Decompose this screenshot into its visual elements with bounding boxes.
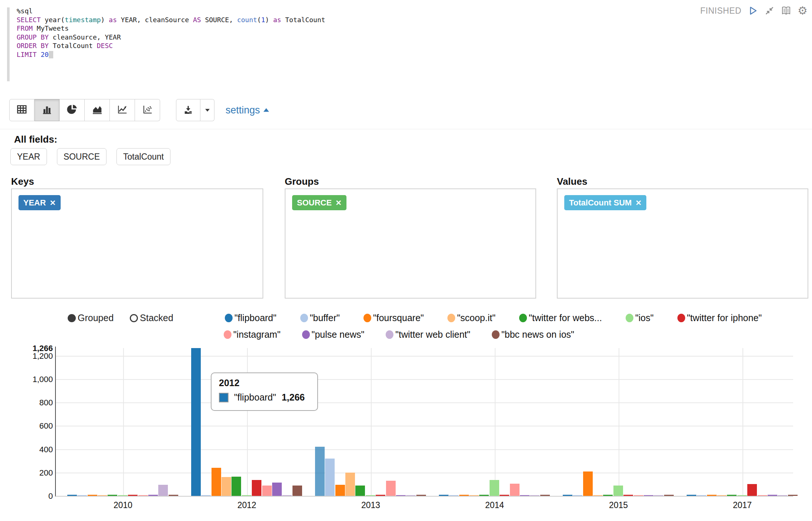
- legend-item[interactable]: "instagram": [224, 329, 281, 340]
- bar-twitterforwebs-2010[interactable]: [108, 495, 117, 496]
- settings-toggle[interactable]: settings: [226, 99, 270, 121]
- remove-tag-icon[interactable]: ✕: [50, 198, 56, 207]
- bar-twitterforwebs-2014[interactable]: [479, 495, 489, 496]
- bar-twitterforiphone-2015[interactable]: [623, 495, 633, 496]
- bar-ios-2017[interactable]: [737, 495, 747, 496]
- field-pill-source[interactable]: SOURCE: [57, 148, 106, 165]
- chart-type-button-scatter-chart[interactable]: [135, 99, 160, 121]
- legend-item[interactable]: "flipboard": [225, 313, 277, 323]
- bar-twitterforiphone-2017[interactable]: [747, 484, 757, 496]
- bar-buffer-2013[interactable]: [325, 459, 335, 496]
- bar-twitterwebclient-2010[interactable]: [158, 485, 168, 496]
- bar-twitterwebclient-2013[interactable]: [406, 495, 416, 496]
- bar-pulsenews-2017[interactable]: [768, 495, 777, 496]
- field-pill-totalcount[interactable]: TotalCount: [116, 148, 170, 165]
- book-icon[interactable]: [781, 5, 792, 16]
- bar-flipboard-2014[interactable]: [439, 495, 449, 496]
- bar-buffer-2010[interactable]: [77, 495, 87, 496]
- bar-instagram-2015[interactable]: [634, 495, 643, 496]
- bar-bbcnewsonios-2014[interactable]: [540, 495, 550, 496]
- bar-ios-2015[interactable]: [613, 486, 623, 496]
- legend-item[interactable]: "bbc news on ios": [492, 329, 574, 340]
- bar-foursquare-2014[interactable]: [459, 495, 469, 496]
- bar-twitterforwebs-2012[interactable]: [231, 477, 241, 496]
- legend-item[interactable]: "scoop.it": [447, 313, 495, 323]
- bar-scoopit-2012[interactable]: [221, 477, 231, 496]
- bar-twitterforiphone-2010[interactable]: [128, 495, 138, 496]
- field-tag-pill[interactable]: YEAR✕: [18, 195, 61, 210]
- bar-flipboard-2017[interactable]: [687, 495, 696, 496]
- chart-type-button-pie-chart[interactable]: [60, 99, 85, 121]
- field-tag-pill[interactable]: SOURCE✕: [292, 195, 346, 210]
- bar-pulsenews-2015[interactable]: [644, 495, 653, 496]
- field-pill-year[interactable]: YEAR: [10, 148, 47, 165]
- bar-foursquare-2013[interactable]: [335, 485, 345, 496]
- gear-icon[interactable]: ⚙: [798, 5, 808, 16]
- bar-twitterforwebs-2017[interactable]: [727, 495, 737, 496]
- bar-bbcnewsonios-2010[interactable]: [169, 495, 178, 496]
- bar-foursquare-2010[interactable]: [88, 495, 97, 496]
- bar-bbcnewsonios-2017[interactable]: [788, 495, 798, 496]
- bar-twitterwebclient-2017[interactable]: [778, 495, 787, 496]
- bar-foursquare-2012[interactable]: [212, 468, 221, 496]
- bar-pulsenews-2010[interactable]: [148, 495, 158, 496]
- legend-item[interactable]: "twitter web client": [386, 329, 470, 340]
- bar-bbcnewsonios-2012[interactable]: [292, 486, 302, 496]
- chart-mode-grouped[interactable]: Grouped: [68, 313, 114, 323]
- bar-twitterwebclient-2015[interactable]: [654, 495, 663, 496]
- field-tag-pill[interactable]: TotalCount SUM✕: [564, 195, 646, 210]
- bar-pulsenews-2012[interactable]: [272, 483, 282, 496]
- bar-buffer-2017[interactable]: [697, 495, 706, 496]
- bar-scoopit-2017[interactable]: [717, 495, 727, 496]
- chart-mode-stacked[interactable]: Stacked: [130, 313, 173, 323]
- legend-item[interactable]: "ios": [626, 313, 654, 323]
- legend-item[interactable]: "foursquare": [363, 313, 424, 323]
- chart-type-button-table[interactable]: [9, 99, 34, 121]
- sql-editor[interactable]: %sqlSELECT year(timestamp) as YEAR, clea…: [17, 7, 325, 59]
- bar-instagram-2010[interactable]: [138, 495, 148, 496]
- chart-type-button-bar-chart[interactable]: [34, 99, 60, 121]
- remove-tag-icon[interactable]: ✕: [635, 198, 642, 207]
- chart-type-button-line-chart[interactable]: [110, 99, 135, 121]
- legend-item[interactable]: "twitter for iphone": [677, 313, 762, 323]
- bar-ios-2012[interactable]: [242, 495, 251, 496]
- bar-instagram-2017[interactable]: [758, 495, 767, 496]
- bar-pulsenews-2014[interactable]: [520, 495, 530, 496]
- bar-twitterforwebs-2015[interactable]: [603, 495, 613, 496]
- bar-buffer-2015[interactable]: [573, 495, 582, 496]
- bar-bbcnewsonios-2013[interactable]: [416, 495, 426, 496]
- bar-flipboard-2012[interactable]: [191, 348, 201, 496]
- bar-buffer-2014[interactable]: [449, 495, 459, 496]
- compress-icon[interactable]: [764, 6, 775, 16]
- bar-foursquare-2017[interactable]: [707, 495, 717, 496]
- bar-ios-2010[interactable]: [118, 495, 128, 496]
- download-button[interactable]: [176, 99, 200, 121]
- download-options-caret-button[interactable]: [200, 99, 214, 121]
- bar-scoopit-2013[interactable]: [345, 473, 355, 496]
- remove-tag-icon[interactable]: ✕: [335, 198, 342, 207]
- legend-item[interactable]: "buffer": [300, 313, 340, 323]
- bar-instagram-2013[interactable]: [386, 481, 396, 496]
- bar-buffer-2012[interactable]: [201, 495, 211, 496]
- bar-scoopit-2014[interactable]: [469, 495, 479, 496]
- chart-type-button-area-chart[interactable]: [85, 99, 110, 121]
- panel-dropzone-groups[interactable]: SOURCE✕: [285, 188, 536, 299]
- bar-foursquare-2015[interactable]: [583, 471, 593, 496]
- legend-item[interactable]: "pulse news": [302, 329, 365, 340]
- bar-scoopit-2015[interactable]: [593, 495, 603, 496]
- bar-flipboard-2015[interactable]: [563, 495, 572, 496]
- bar-ios-2014[interactable]: [490, 480, 499, 496]
- bar-twitterforiphone-2013[interactable]: [376, 495, 385, 496]
- bar-flipboard-2013[interactable]: [315, 447, 325, 496]
- panel-dropzone-keys[interactable]: YEAR✕: [11, 188, 263, 299]
- bar-flipboard-2010[interactable]: [67, 495, 77, 496]
- bar-twitterwebclient-2012[interactable]: [282, 495, 292, 496]
- bar-bbcnewsonios-2015[interactable]: [664, 495, 674, 496]
- bar-instagram-2012[interactable]: [262, 486, 272, 496]
- bar-twitterforwebs-2013[interactable]: [355, 486, 365, 496]
- legend-item[interactable]: "twitter for webs...: [519, 313, 602, 323]
- bar-pulsenews-2013[interactable]: [396, 495, 406, 496]
- bar-twitterwebclient-2014[interactable]: [530, 495, 539, 496]
- bar-twitterforiphone-2014[interactable]: [500, 495, 509, 496]
- bar-twitterforiphone-2012[interactable]: [252, 480, 261, 496]
